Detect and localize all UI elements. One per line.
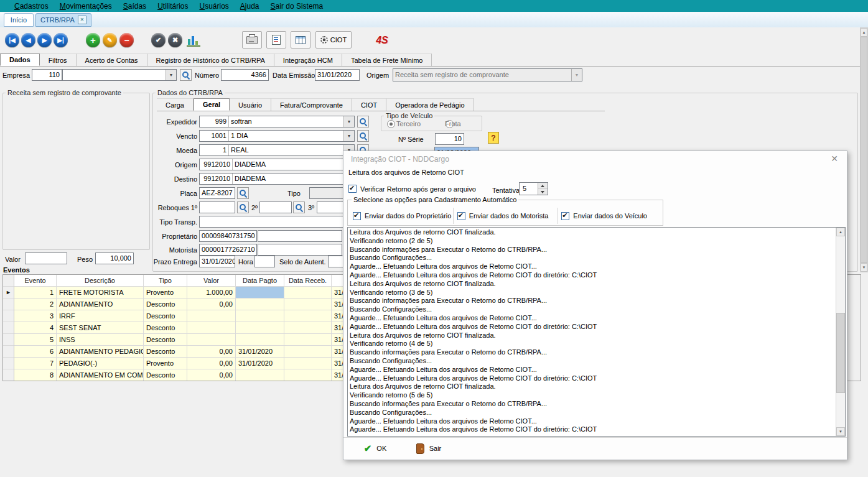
help-button[interactable]: ? xyxy=(488,132,499,144)
tab-close-icon[interactable]: ✕ xyxy=(78,16,86,24)
spin-up-icon[interactable] xyxy=(538,183,548,189)
cell-descricao[interactable]: INSS xyxy=(57,334,144,346)
expedidor-name[interactable]: softran xyxy=(229,116,343,127)
ciot-button[interactable]: CIOT xyxy=(315,31,352,49)
tab-ctrb-rpa[interactable]: CTRB/RPA ✕ xyxy=(35,13,91,27)
reboque2-field[interactable] xyxy=(259,201,292,213)
cell-data_pagto[interactable] xyxy=(236,287,284,299)
empresa-search-button[interactable] xyxy=(180,69,192,81)
ctrb-tab-carga[interactable]: Carga xyxy=(157,98,194,111)
dialog-close-icon[interactable]: ✕ xyxy=(831,154,838,164)
motorista-name-field[interactable] xyxy=(258,244,342,256)
grid-col-tipo[interactable]: Tipo xyxy=(144,275,187,287)
cell-evento[interactable]: 2 xyxy=(14,299,57,310)
chart-button[interactable] xyxy=(187,34,200,47)
cell-evento[interactable]: 8 xyxy=(14,369,57,381)
reboque1-field[interactable] xyxy=(199,201,235,213)
edit-record-button[interactable]: ✎ xyxy=(103,33,117,47)
moeda-name[interactable]: REAL xyxy=(229,145,343,155)
ok-button[interactable]: ✔ OK xyxy=(352,440,398,457)
data-emissao-field[interactable]: 31/01/2020 xyxy=(315,69,360,81)
placa-field[interactable]: AEZ-8207 xyxy=(199,187,235,199)
grid-col-evento[interactable]: Evento xyxy=(14,275,57,287)
report-button[interactable] xyxy=(266,31,286,49)
verify-return-checkbox[interactable]: ✔ xyxy=(348,185,357,193)
cell-data_receb[interactable] xyxy=(284,299,332,310)
reboque2-search-button[interactable] xyxy=(293,201,305,213)
grid-col-descricao[interactable]: Descrição xyxy=(57,275,144,287)
cell-data_pagto[interactable]: 31/01/2020 xyxy=(236,358,284,369)
tab-tabela-de-frete-minimo[interactable]: Tabela de Frete Mínimo xyxy=(342,53,432,66)
cell-valor[interactable] xyxy=(187,322,236,334)
tentativas-spinner[interactable]: 5 xyxy=(519,182,548,195)
menu-item-cadastros[interactable]: Cadastros xyxy=(9,1,54,11)
ctrb-tab-usuario[interactable]: Usuário xyxy=(230,98,271,111)
valor-field[interactable] xyxy=(25,252,67,264)
nav-prev-button[interactable]: ◀ xyxy=(21,33,35,47)
vencto-code[interactable]: 1001 xyxy=(200,131,229,141)
cell-data_pagto[interactable] xyxy=(236,310,284,322)
cell-data_pagto[interactable] xyxy=(236,369,284,381)
cancel-button[interactable]: ✖ xyxy=(168,33,182,47)
nav-last-button[interactable]: ▶| xyxy=(54,33,68,47)
cell-evento[interactable]: 5 xyxy=(14,334,57,346)
cell-data_pagto[interactable] xyxy=(236,334,284,346)
cell-valor[interactable]: 0,00 xyxy=(187,299,236,310)
menu-item-usuarios[interactable]: Usuários xyxy=(194,1,234,11)
cell-data_receb[interactable] xyxy=(284,369,332,381)
placa-search-button[interactable] xyxy=(237,187,249,199)
cell-tipo[interactable]: Desconto xyxy=(144,369,187,381)
vencto-search-button[interactable] xyxy=(357,130,369,142)
vencto-name[interactable]: 1 DIA xyxy=(229,131,343,141)
ctrb-tab-operadora-de-pedagio[interactable]: Operadora de Pedágio xyxy=(386,98,474,111)
menu-item-utilitarios[interactable]: Utilitários xyxy=(152,1,194,11)
cell-tipo[interactable]: Desconto xyxy=(144,346,187,358)
ctrb-tab-geral[interactable]: Geral xyxy=(194,98,230,111)
cell-data_pagto[interactable] xyxy=(236,322,284,334)
cell-evento[interactable]: 3 xyxy=(14,310,57,322)
prazo-field[interactable]: 31/01/2020 xyxy=(199,256,235,267)
grid-col-valor[interactable]: Valor xyxy=(187,275,236,287)
tab-dados[interactable]: Dados xyxy=(0,53,40,66)
vencto-combo[interactable]: 1001 1 DIA ▼ xyxy=(199,130,355,142)
spin-down-icon[interactable] xyxy=(538,189,548,195)
delete-record-button[interactable]: − xyxy=(119,33,134,47)
expedidor-combo[interactable]: 999 softran ▼ xyxy=(199,116,355,127)
cell-tipo[interactable]: Desconto xyxy=(144,322,187,334)
serie-field[interactable]: 10 xyxy=(435,133,464,145)
cell-tipo[interactable]: Provento xyxy=(144,358,187,369)
checkbox-enviar-dados-do-motorista[interactable]: ✔ xyxy=(457,212,465,220)
empresa-combo[interactable]: ▼ xyxy=(62,69,177,81)
cell-descricao[interactable]: PEDAGIO(-) xyxy=(57,358,144,369)
moeda-code[interactable]: 1 xyxy=(200,145,229,155)
cell-data_pagto[interactable]: 31/01/2020 xyxy=(236,346,284,358)
cell-tipo[interactable]: Desconto xyxy=(144,310,187,322)
peso-field[interactable]: 10,000 xyxy=(95,252,134,264)
scroll-down-icon[interactable]: ▼ xyxy=(861,263,867,272)
cell-data_receb[interactable] xyxy=(284,287,332,299)
numero-field[interactable]: 4366 xyxy=(221,69,269,81)
dropdown-icon[interactable]: ▼ xyxy=(343,116,354,127)
cell-descricao[interactable]: IRRF xyxy=(57,310,144,322)
cell-valor[interactable]: 0,00 xyxy=(187,369,236,381)
cell-tipo[interactable]: Desconto xyxy=(144,334,187,346)
cell-evento[interactable]: 4 xyxy=(14,322,57,334)
cell-tipo[interactable]: Provento xyxy=(144,287,187,299)
cell-valor[interactable]: 1.000,00 xyxy=(187,287,236,299)
ctrb-tab-faturacomprovante[interactable]: Fatura/Comprovante xyxy=(271,98,352,111)
destino-field[interactable]: 9912010 DIADEMA xyxy=(199,173,355,185)
nav-first-button[interactable]: |◀ xyxy=(5,33,19,47)
cell-data_receb[interactable] xyxy=(284,358,332,369)
origem-cidade-name[interactable]: DIADEMA xyxy=(233,159,354,170)
log-scroll-thumb[interactable] xyxy=(836,313,845,393)
hora-field[interactable] xyxy=(254,256,275,267)
softran-4s-logo[interactable]: 4S xyxy=(373,32,391,49)
tab-integracao-hcm[interactable]: Integração HCM xyxy=(274,53,342,66)
cell-descricao[interactable]: ADIANTAMENTO xyxy=(57,299,144,310)
tab-filtros[interactable]: Filtros xyxy=(40,53,77,66)
cell-descricao[interactable]: FRETE MOTORISTA xyxy=(57,287,144,299)
menu-item-sair-do-sistema[interactable]: Sair do Sistema xyxy=(265,1,329,11)
cell-evento[interactable]: 1 xyxy=(14,287,57,299)
proprietario-code-field[interactable]: 00009840731750 xyxy=(199,230,257,242)
log-scroll-down-icon[interactable]: ▼ xyxy=(836,427,845,436)
